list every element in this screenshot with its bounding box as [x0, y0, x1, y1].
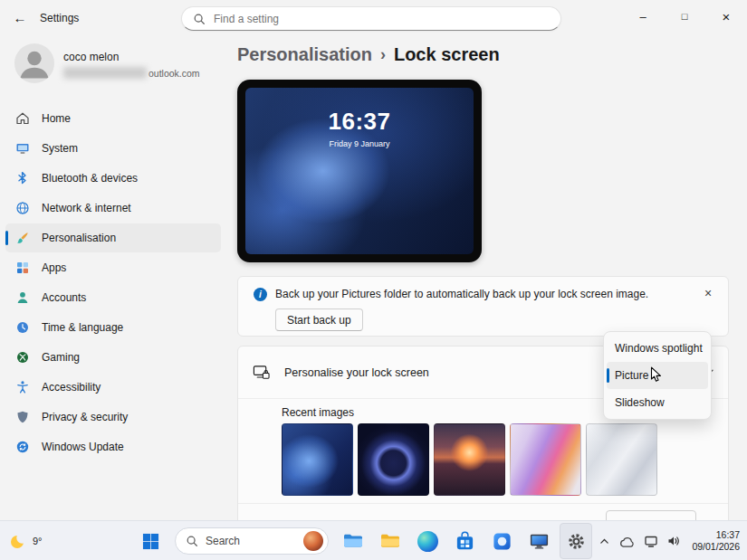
folder-icon[interactable] [374, 523, 407, 559]
dropdown-option-windows-spotlight[interactable]: Windows spotlight [607, 335, 708, 362]
weather-icon [9, 532, 27, 550]
recent-image-thumbnail[interactable] [586, 423, 657, 496]
restore-icon: □ [682, 11, 688, 22]
taskbar: 9° Search [0, 520, 747, 560]
breadcrumb-parent[interactable]: Personalisation [237, 44, 372, 65]
sidebar-item-accounts[interactable]: Accounts [5, 283, 221, 312]
recent-image-thumbnail[interactable] [358, 423, 429, 496]
taskbar-clock[interactable]: 16:37 09/01/2026 [692, 529, 740, 553]
recent-image-thumbnail[interactable] [434, 423, 505, 496]
dropdown-option-slideshow[interactable]: Slideshow [607, 389, 708, 416]
desktop: { "titlebar": { "app_name": "Settings", … [0, 0, 747, 560]
main-content: Personalisation › Lock screen 16:37 Frid… [226, 36, 747, 520]
breadcrumb: Personalisation › Lock screen [237, 44, 500, 65]
search-highlight-image[interactable] [303, 531, 323, 551]
preview-date: Friday 9 January [245, 139, 474, 148]
start-backup-button[interactable]: Start back up [275, 308, 363, 331]
sidebar-item-apps[interactable]: Apps [5, 253, 221, 282]
selected-indicator [607, 368, 609, 383]
setting-label: Personalise your lock screen [284, 366, 429, 379]
network-icon[interactable] [644, 535, 658, 548]
back-button[interactable]: ← [5, 4, 34, 31]
user-name: coco melon [63, 51, 200, 63]
titlebar: ← Settings – □ × [0, 0, 747, 36]
start-button[interactable] [134, 523, 167, 559]
sidebar-item-time-language[interactable]: Time & language [5, 313, 221, 342]
taskbar-search[interactable]: Search [175, 527, 329, 555]
shield-icon [14, 410, 30, 425]
onedrive-cloud-icon[interactable] [618, 535, 636, 548]
sidebar-item-label: Bluetooth & devices [42, 172, 138, 185]
settings-search[interactable] [181, 6, 561, 31]
xbox-icon [14, 350, 30, 365]
search-icon [193, 13, 206, 25]
system-tray: 16:37 09/01/2026 [599, 521, 740, 560]
sidebar-item-bluetooth-devices[interactable]: Bluetooth & devices [5, 164, 221, 193]
browse-photos-button[interactable] [606, 510, 696, 520]
sidebar-item-home[interactable]: Home [5, 104, 221, 133]
taskbar-search-label: Search [206, 535, 303, 547]
recent-image-thumbnail[interactable] [510, 423, 581, 496]
sidebar-item-windows-update[interactable]: Windows Update [5, 432, 221, 461]
divider [238, 503, 728, 504]
weather-widget[interactable]: 9° [9, 521, 43, 560]
microsoft-store-icon[interactable] [448, 523, 481, 559]
sidebar-item-personalisation[interactable]: Personalisation [5, 223, 221, 252]
user-profile[interactable]: coco melon outlook.com [14, 43, 200, 83]
minimize-button[interactable]: – [622, 0, 664, 33]
sidebar-item-label: Time & language [42, 321, 123, 334]
restore-button[interactable]: □ [664, 0, 705, 33]
option-label: Slideshow [615, 396, 665, 409]
sidebar-item-label: Home [42, 112, 71, 125]
sidebar-item-label: Gaming [42, 351, 80, 364]
display-app-icon[interactable] [522, 523, 555, 559]
banner-message: Back up your Pictures folder to automati… [275, 288, 648, 300]
recent-image-thumbnail[interactable] [282, 423, 353, 496]
edge-browser-icon[interactable] [411, 523, 444, 559]
sidebar-item-label: Privacy & security [42, 411, 128, 423]
breadcrumb-separator-icon: › [380, 45, 386, 64]
mouse-cursor-icon [650, 366, 663, 386]
avatar [14, 43, 54, 83]
blurred-email-text [63, 67, 147, 79]
recent-images-label: Recent images [282, 406, 354, 419]
sidebar-item-privacy-security[interactable]: Privacy & security [5, 403, 221, 432]
update-icon [14, 440, 30, 455]
banner-close-button[interactable]: × [695, 282, 721, 304]
sidebar-item-label: Network & internet [42, 202, 131, 214]
lock-screen-icon [253, 364, 270, 381]
clock-time: 16:37 [692, 529, 740, 541]
lock-screen-preview-device: 16:37 Friday 9 January [237, 80, 482, 262]
volume-icon[interactable] [666, 534, 681, 548]
clock-date: 09/01/2026 [692, 541, 740, 553]
home-icon [14, 111, 30, 127]
bluetooth-icon [14, 171, 30, 186]
page-title: Lock screen [394, 44, 500, 65]
sidebar-item-network-internet[interactable]: Network & internet [5, 194, 221, 223]
sidebar-item-label: Windows Update [42, 441, 124, 453]
hidden-icons-chevron[interactable] [599, 536, 610, 547]
close-icon: × [723, 9, 731, 24]
sidebar-item-label: Apps [42, 261, 66, 274]
option-label: Windows spotlight [615, 342, 703, 355]
sidebar: coco melon outlook.com Home System Bluet… [0, 36, 226, 520]
sidebar-item-label: System [42, 142, 78, 155]
preview-clock: 16:37 [245, 108, 474, 136]
file-explorer-icon[interactable] [337, 523, 369, 559]
sidebar-item-label: Accessibility [42, 381, 101, 394]
sidebar-item-gaming[interactable]: Gaming [5, 343, 221, 372]
lock-screen-preview: 16:37 Friday 9 January [245, 88, 474, 254]
sidebar-item-accessibility[interactable]: Accessibility [5, 373, 221, 402]
info-icon: i [254, 288, 267, 301]
taskbar-app-icon[interactable] [485, 523, 518, 559]
settings-app-icon[interactable] [560, 523, 592, 559]
sidebar-item-system[interactable]: System [5, 134, 221, 163]
sidebar-item-label: Accounts [42, 291, 86, 304]
personalisation-icon [14, 231, 30, 246]
backup-info-banner: i Back up your Pictures folder to automa… [237, 276, 729, 337]
search-input[interactable] [214, 13, 522, 25]
globe-icon [14, 201, 30, 216]
sidebar-item-label: Personalisation [42, 232, 116, 244]
close-button[interactable]: × [705, 0, 747, 33]
windows-logo-icon [142, 533, 159, 550]
